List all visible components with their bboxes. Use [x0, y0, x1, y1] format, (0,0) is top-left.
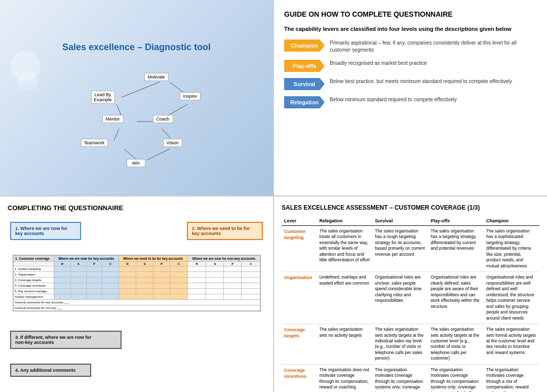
mini-th-now-key: Where we are now for key accounts — [54, 256, 119, 262]
level-row-relegation: Relegation Below minimum standard requir… — [284, 96, 537, 108]
guide-title: GUIDE ON HOW TO COMPLETE QUESTIONNAIRE — [284, 10, 537, 18]
champion-organisation: Organisational roles and responsibilitie… — [484, 272, 539, 324]
relegation-coverage-targets: The sales organisation sets no activity … — [317, 324, 373, 365]
svg-line-0 — [122, 82, 160, 97]
mini-td-2-label: 2. Organisation — [14, 272, 54, 278]
th-playoffs: Play-offs — [428, 216, 484, 226]
svg-line-8 — [147, 149, 170, 160]
relegation-organisation: Undefined; overlaps and wasted effort ar… — [317, 272, 373, 324]
th-lever: Lever — [282, 216, 317, 226]
champion-coverage-targets: The sales organisation sets formal activ… — [484, 324, 539, 365]
mini-td2-s3 — [206, 272, 224, 278]
th-survival: Survival — [372, 216, 428, 226]
mini-td-s2 — [136, 266, 153, 272]
node-motivate: Motivate — [144, 73, 169, 81]
mini-td2-r2 — [119, 272, 136, 278]
svg-line-5 — [114, 129, 119, 140]
mini-row-5: 5. Key account manage... — [14, 289, 260, 294]
playoffs-organisation: Organisational roles are clearly defined… — [428, 272, 484, 324]
callout-4: 4. Any additional comments — [10, 364, 91, 377]
mini-td2-c3 — [242, 272, 260, 278]
mini-td-s3 — [206, 266, 224, 272]
mini-td-p3 — [224, 266, 242, 272]
lever-coverage-targets: Coveragetargets — [282, 324, 317, 365]
table-row-organisation: Organisation Undefined; overlaps and was… — [282, 272, 539, 324]
mini-th-c3: C — [242, 262, 260, 266]
th-champion: Champion — [484, 216, 539, 226]
svg-line-7 — [124, 149, 137, 160]
mini-row-6: Activity management — [14, 294, 260, 300]
node-teamwork: Teamwork — [81, 139, 108, 147]
node-lead-by-example: Lead ByExample — [91, 91, 115, 104]
mini-td-r2 — [119, 266, 136, 272]
cover-title: Sales excellence – Diagnostic tool — [62, 42, 211, 53]
mini-td2-s2 — [136, 272, 153, 278]
survival-coverage-incentives: The organisation motivates coverage thro… — [372, 364, 428, 392]
playoffs-coverage-incentives: The organisation motivates coverage thro… — [428, 364, 484, 392]
mini-td-6-label: Activity management — [14, 294, 54, 300]
playoffs-customer-targeting: The sales organisation has a targeting s… — [428, 226, 484, 272]
champion-customer-targeting: The sales organisation has a sophisticat… — [484, 226, 539, 272]
completing-quadrant: COMPLETING THE QUESTIONNAIRE 1. Where we… — [0, 197, 273, 392]
mini-td-3-label: 3. Coverage targets — [14, 278, 54, 283]
mini-th-r3: R — [187, 262, 206, 266]
lever-customer-targeting: Customertargeting — [282, 226, 317, 272]
node-mentor: Mentor — [102, 115, 124, 123]
node-coach: Coach — [153, 115, 173, 123]
mini-td2-s1 — [70, 272, 86, 278]
playoffs-badge: Play-offs — [284, 60, 325, 72]
deco-circle-2 — [18, 71, 38, 91]
mini-th-need-key: Where we need to be for key accounts — [119, 256, 187, 262]
mini-td2-c2 — [170, 272, 188, 278]
mini-th-lever: 1. Customer coverage — [14, 256, 54, 262]
relegation-badge: Relegation — [284, 96, 325, 108]
survival-coverage-targets: The sales organisation sets activity tar… — [372, 324, 428, 365]
svg-line-3 — [167, 104, 187, 116]
mini-td-c1 — [102, 266, 119, 272]
mini-table-container: 1. Customer coverage Where we are now fo… — [13, 255, 261, 311]
assessment-table: Lever Relegation Survival Play-offs Cham… — [282, 216, 539, 392]
table-row-coverage-targets: Coveragetargets The sales organisation s… — [282, 324, 539, 365]
lever-organisation: Organisation — [282, 272, 317, 324]
mini-th-r1: R — [54, 262, 71, 266]
champion-badge: Champion — [284, 40, 325, 52]
survival-desc: Below best practice, but meets minimum s… — [330, 78, 537, 85]
mini-row-1: 1. System targeting — [14, 266, 260, 272]
mini-th-p1: P — [86, 262, 102, 266]
mini-td2-p3 — [224, 272, 242, 278]
mini-th-p3: P — [224, 262, 242, 266]
cover-quadrant: Sales excellence – Diagnostic tool Motiv… — [0, 0, 273, 195]
mini-th-c1: C — [102, 262, 119, 266]
mini-th-r2: R — [119, 262, 136, 266]
mini-td2-c1 — [102, 272, 119, 278]
assessment-quadrant: SALES EXCELLENCE ASSESSMENT – CUSTOMER C… — [274, 197, 547, 392]
completing-title: COMPLETING THE QUESTIONNAIRE — [8, 204, 265, 212]
playoffs-coverage-targets: The sales organisation sets activity tar… — [428, 324, 484, 365]
mini-row-3: 3. Coverage targets — [14, 278, 260, 283]
relegation-coverage-incentives: The organisation does not motivate cover… — [317, 364, 373, 392]
th-relegation: Relegation — [317, 216, 373, 226]
mini-td-r1 — [54, 266, 71, 272]
mini-td-5-label: 5. Key account manage... — [14, 289, 54, 294]
lever-coverage-incentives: Coverageincentives — [282, 364, 317, 392]
assessment-title: SALES EXCELLENCE ASSESSMENT – CUSTOMER C… — [282, 204, 539, 211]
mini-row-comments-key: General comments for key accounts ___ — [14, 300, 260, 305]
node-inspire: Inspire — [180, 92, 201, 100]
table-header-row: Lever Relegation Survival Play-offs Cham… — [282, 216, 539, 226]
mini-td-comments-nonkey: General comments for non-key ___ — [14, 305, 260, 311]
guide-quadrant: GUIDE ON HOW TO COMPLETE QUESTIONNAIRE T… — [274, 0, 547, 195]
mini-td-p2 — [153, 266, 170, 272]
table-row-customer-targeting: Customertargeting The sales organisation… — [282, 226, 539, 272]
mini-td-p1 — [86, 266, 102, 272]
mini-row-comments-nonkey: General comments for non-key ___ — [14, 305, 260, 311]
mini-row-2: 2. Organisation — [14, 272, 260, 278]
mini-td-1: 1. System targeting — [14, 266, 54, 272]
mini-th-p2: P — [153, 262, 170, 266]
mini-td-s1 — [70, 266, 86, 272]
guide-subtitle: The capability levers are classified int… — [284, 26, 537, 32]
mini-td2-p1 — [86, 272, 102, 278]
mini-td-4-label: 4. Coverage incentives — [14, 283, 54, 289]
survival-organisation: Organisational roles are unclear; sales … — [372, 272, 428, 324]
relegation-desc: Below minimum standard required to compe… — [330, 96, 537, 103]
mini-th-s1: S — [70, 262, 86, 266]
